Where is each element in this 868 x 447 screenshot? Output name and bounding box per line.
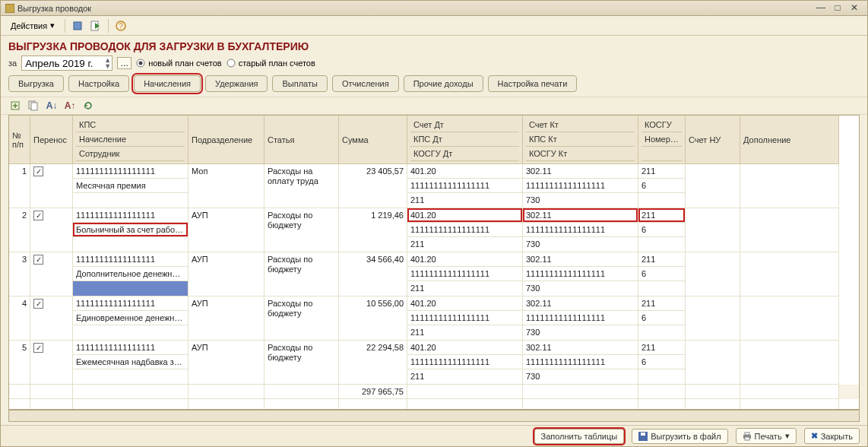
col-kt-group[interactable]: Счет КтКПС КтКОСГУ Кт [523,116,638,164]
tab-other-income[interactable]: Прочие доходы [404,75,483,92]
table-row[interactable]: 4✓11111111111111111Единовременное денежн… [9,296,859,341]
cell-kt-group: 302.1111111111111111111730 [523,164,638,208]
app-icon [5,4,14,13]
svg-rect-0 [5,4,14,13]
tab-payouts[interactable]: Выплаты [272,75,327,92]
cell-carry[interactable]: ✓ [30,164,73,208]
period-spinner-icon[interactable]: ▲▼ [104,57,111,69]
table-row[interactable]: 1✓11111111111111111Месячная премия МопРа… [9,164,859,208]
tab-accruals[interactable]: Начисления [134,75,201,92]
cell-dop [740,252,839,296]
print-button[interactable]: Печать ▾ [736,428,797,444]
col-dop[interactable]: Дополнение [740,116,839,164]
grid-add-icon[interactable] [8,99,22,113]
svg-point-7 [227,59,235,67]
export-file-button[interactable]: Выгрузить в файл [632,429,727,444]
table-row[interactable]: 2✓11111111111111111Больничный за счет ра… [9,208,859,252]
cell-kt-group: 302.1111111111111111111730 [523,252,638,296]
cell-kt-group: 302.1111111111111111111730 [523,208,638,252]
table-row[interactable]: 5✓11111111111111111Ежемесячная надбавка … [9,341,859,385]
printer-icon [743,432,752,441]
col-num[interactable]: № п/п [9,116,30,164]
cell-dop [740,208,839,252]
svg-rect-14 [745,433,749,435]
cell-carry[interactable]: ✓ [30,252,73,296]
cell-dop [740,164,839,208]
toolbar-icon-1[interactable] [70,18,85,33]
period-ellipsis-button[interactable]: … [117,57,131,69]
radio-new-plan[interactable]: новый план счетов [136,59,222,68]
toolbar-icon-2[interactable] [88,18,103,33]
col-podr[interactable]: Подразделение [188,116,265,164]
cell-schetnu [686,208,740,252]
table-row[interactable]: 3✓11111111111111111Дополнительное денежн… [9,252,859,296]
tab-export[interactable]: Выгрузка [8,75,64,92]
tab-settings[interactable]: Настройка [68,75,129,92]
radio-checked-icon [136,59,145,68]
cell-kosgu-group: 2116 [638,341,686,385]
col-article[interactable]: Статья [265,116,339,164]
maximize-button[interactable]: □ [829,3,846,14]
radio-old-plan[interactable]: старый план счетов [227,59,315,68]
grid-copy-icon[interactable] [27,99,40,113]
cell-sum: 23 405,57 [339,164,407,208]
close-form-button[interactable]: ✖ Закрыть [804,428,860,444]
cell-podr: Моп [188,164,265,208]
checkbox-icon: ✓ [33,166,43,176]
cell-article: Расходы по бюджету [265,341,339,385]
cell-kps-group: 11111111111111111Месячная премия [73,164,188,208]
checkbox-icon: ✓ [33,299,43,309]
horizontal-scrollbar[interactable] [8,410,860,422]
cell-sum: 10 556,00 [339,296,407,341]
grid-sort-asc-icon[interactable]: A↓ [45,99,59,113]
col-carry[interactable]: Перенос [30,116,73,164]
cell-kps-group: 11111111111111111Единовременное денежное… [73,296,188,341]
col-sum[interactable]: Сумма [339,116,407,164]
actions-label: Действия [11,21,47,30]
svg-rect-15 [745,437,749,440]
cell-carry[interactable]: ✓ [30,341,73,385]
period-input[interactable] [21,55,112,71]
col-kps-group[interactable]: КПСНачислениеСотрудник [73,116,188,164]
cell-dt-group: 401.2011111111111111111211 [407,296,523,341]
radio-unchecked-icon [227,59,236,68]
col-dt-group[interactable]: Счет ДтКПС ДтКОСГУ Дт [407,116,523,164]
cell-article: Расходы по бюджету [265,296,339,341]
tab-contributions[interactable]: Отчисления [332,75,399,92]
cell-kosgu-group: 2116 [638,164,686,208]
footer-bar: Заполнить таблицы Выгрузить в файл Печат… [1,425,867,446]
help-icon[interactable]: ? [113,18,128,33]
tab-print-settings[interactable]: Настройка печати [488,75,578,92]
totals-row: 297 965,75 [9,385,859,399]
cell-dt-group: 401.2011111111111111111211 [407,252,523,296]
cell-podr: АУП [188,252,265,296]
chevron-down-icon: ▾ [785,431,790,441]
period-label: за [8,59,17,68]
svg-rect-12 [641,433,645,436]
cell-carry[interactable]: ✓ [30,208,73,252]
minimize-button[interactable]: — [813,3,829,14]
tab-deductions[interactable]: Удержания [205,75,268,92]
close-button[interactable]: ✕ [846,3,863,14]
col-schetnu[interactable]: Счет НУ [686,116,740,164]
col-kosgu-group[interactable]: КОСГУНомер журнала [638,116,686,164]
svg-rect-1 [74,22,81,30]
cell-dop [740,341,839,385]
cell-article: Расходы по бюджету [265,252,339,296]
cell-podr: АУП [188,208,265,252]
data-grid[interactable]: № п/п Перенос КПСНачислениеСотрудник Под… [8,115,860,410]
cell-kosgu-group: 2116 [638,208,686,252]
title-bar: Выгрузка проводок — □ ✕ [1,1,867,16]
grid-sort-desc-icon[interactable]: A↑ [63,99,77,113]
svg-rect-10 [31,103,37,110]
cell-dt-group: 401.2011111111111111111211 [407,164,523,208]
cell-kps-group: 11111111111111111Дополнительное денежное… [73,252,188,296]
actions-menu[interactable]: Действия ▾ [5,18,60,33]
cell-kosgu-group: 2116 [638,296,686,341]
window-title: Выгрузка проводок [17,4,91,13]
grid-refresh-icon[interactable] [81,99,95,113]
save-icon [638,432,648,441]
cell-carry[interactable]: ✓ [30,296,73,341]
fill-tables-button[interactable]: Заполнить таблицы [534,429,625,444]
cell-num: 1 [9,164,30,208]
